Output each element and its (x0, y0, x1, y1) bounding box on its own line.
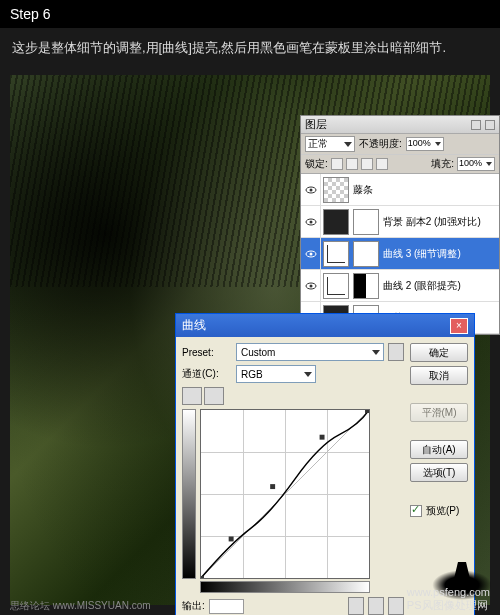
curve-tool-icons (182, 387, 404, 405)
panel-title-buttons (471, 120, 495, 130)
opacity-input[interactable]: 100% (406, 137, 444, 151)
curves-titlebar[interactable]: 曲线 × (176, 314, 474, 337)
curve-point-tool-icon[interactable] (182, 387, 202, 405)
visibility-eye-icon[interactable] (301, 174, 321, 206)
visibility-eye-icon[interactable] (301, 206, 321, 238)
svg-rect-15 (365, 410, 369, 413)
watermark-left: 思络论坛 www.MISSYUAN.com (10, 599, 151, 613)
ok-button[interactable]: 确定 (410, 343, 468, 362)
layer-name: 藤条 (351, 184, 373, 196)
eyedropper-white-icon[interactable] (388, 597, 404, 615)
adjustment-thumbnail[interactable] (323, 241, 349, 267)
layer-list: 藤条 背景 副本2 (加强对比) 曲线 3 (细节调整) 曲线 2 (眼部提亮)… (301, 174, 499, 334)
preset-select[interactable]: Custom (236, 343, 384, 361)
layer-item-selected[interactable]: 曲线 3 (细节调整) (301, 238, 499, 270)
svg-rect-14 (320, 435, 325, 440)
preset-menu-icon[interactable] (388, 343, 404, 361)
fill-input[interactable]: 100% (457, 157, 495, 171)
layer-name: 曲线 3 (细节调整) (381, 248, 461, 260)
preset-row: Preset: Custom (182, 343, 404, 361)
lock-position-icon[interactable] (361, 158, 373, 170)
options-button[interactable]: 选项(T) (410, 463, 468, 482)
input-gradient (200, 581, 370, 593)
input-gradient-row (182, 581, 404, 593)
curve-graph-wrap (182, 409, 404, 579)
minimize-icon[interactable] (471, 120, 481, 130)
svg-point-1 (309, 188, 312, 191)
close-icon[interactable] (485, 120, 495, 130)
layers-panel-title: 图层 (305, 118, 327, 131)
curves-dialog: 曲线 × Preset: Custom 通道(C): RGB (175, 313, 475, 615)
svg-point-7 (309, 284, 312, 287)
curve-graph[interactable] (200, 409, 370, 579)
layers-panel-titlebar[interactable]: 图层 (301, 116, 499, 134)
output-row: 输出: (182, 597, 404, 615)
watermark-right: www.psfeng.com PS风图像处理网 (407, 586, 490, 613)
lock-transparency-icon[interactable] (331, 158, 343, 170)
preview-row: 预览(P) (410, 504, 468, 518)
layer-item[interactable]: 曲线 2 (眼部提亮) (301, 270, 499, 302)
svg-line-10 (201, 410, 369, 578)
output-gradient (182, 409, 196, 579)
lock-label: 锁定: (305, 158, 328, 170)
visibility-eye-icon[interactable] (301, 270, 321, 302)
curves-title: 曲线 (182, 317, 206, 334)
eyedropper-gray-icon[interactable] (368, 597, 384, 615)
svg-rect-13 (270, 484, 275, 489)
layers-panel: 图层 正常 不透明度: 100% 锁定: 填充: 100% 藤条 背景 副本2 … (300, 115, 500, 335)
step-header: Step 6 (0, 0, 500, 28)
curves-body: Preset: Custom 通道(C): RGB (176, 337, 474, 615)
layer-name: 背景 副本2 (加强对比) (381, 216, 481, 228)
channel-row: 通道(C): RGB (182, 365, 404, 383)
opacity-label: 不透明度: (359, 138, 402, 150)
layer-thumbnail[interactable] (323, 209, 349, 235)
lock-pixels-icon[interactable] (346, 158, 358, 170)
blend-opacity-row: 正常 不透明度: 100% (301, 134, 499, 155)
lock-fill-row: 锁定: 填充: 100% (301, 155, 499, 174)
curve-pencil-tool-icon[interactable] (204, 387, 224, 405)
layer-mask-thumbnail[interactable] (353, 209, 379, 235)
preview-label: 预览(P) (426, 504, 459, 518)
visibility-eye-icon[interactable] (301, 238, 321, 270)
lock-all-icon[interactable] (376, 158, 388, 170)
layer-thumbnail[interactable] (323, 177, 349, 203)
smooth-button[interactable]: 平滑(M) (410, 403, 468, 422)
layer-mask-thumbnail[interactable] (353, 273, 379, 299)
layer-name: 曲线 2 (眼部提亮) (381, 280, 461, 292)
cancel-button[interactable]: 取消 (410, 366, 468, 385)
svg-point-3 (309, 220, 312, 223)
curves-left-column: Preset: Custom 通道(C): RGB (182, 343, 404, 615)
curve-path (201, 410, 369, 578)
channel-select[interactable]: RGB (236, 365, 316, 383)
channel-label: 通道(C): (182, 367, 232, 381)
svg-rect-11 (201, 576, 204, 578)
layer-item[interactable]: 藤条 (301, 174, 499, 206)
blend-mode-select[interactable]: 正常 (305, 136, 355, 152)
layer-item[interactable]: 背景 副本2 (加强对比) (301, 206, 499, 238)
auto-button[interactable]: 自动(A) (410, 440, 468, 459)
preview-checkbox[interactable] (410, 505, 422, 517)
fill-label: 填充: (431, 158, 454, 170)
description-text: 这步是整体细节的调整,用[曲线]提亮,然后用黑色画笔在蒙板里涂出暗部细节. (0, 28, 500, 68)
output-label: 输出: (182, 599, 205, 613)
adjustment-thumbnail[interactable] (323, 273, 349, 299)
eyedropper-black-icon[interactable] (348, 597, 364, 615)
preset-label: Preset: (182, 347, 232, 358)
chevron-down-icon (344, 142, 352, 147)
close-button[interactable]: × (450, 318, 468, 334)
svg-point-5 (309, 252, 312, 255)
layer-mask-thumbnail[interactable] (353, 241, 379, 267)
svg-rect-12 (229, 536, 234, 541)
output-input[interactable] (209, 599, 244, 614)
